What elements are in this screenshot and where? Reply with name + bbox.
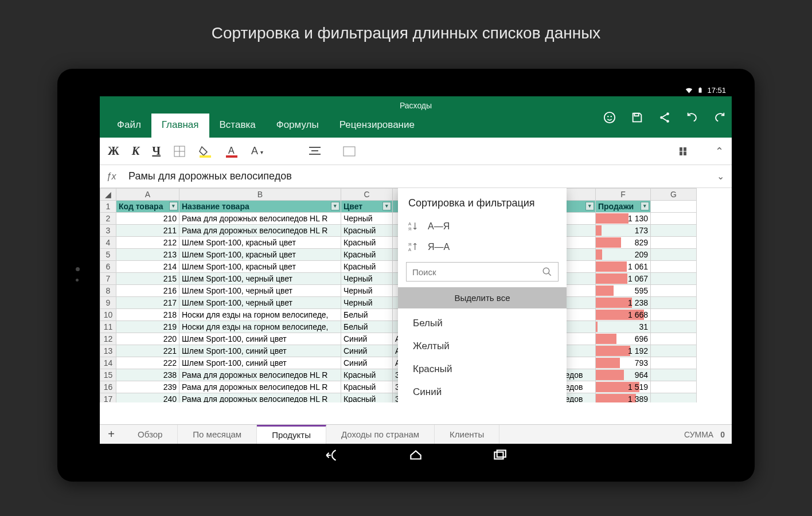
cell[interactable]: 220 — [116, 333, 179, 345]
cell-sales[interactable]: 1 067 — [596, 273, 651, 285]
row-header[interactable]: 2 — [100, 213, 116, 225]
cell-sales[interactable]: 1 238 — [596, 297, 651, 309]
cell[interactable]: Шлем Sport-100, черный цвет — [179, 297, 341, 309]
col-header[interactable]: G — [651, 189, 697, 201]
recent-button[interactable] — [492, 448, 507, 463]
row-header[interactable]: 14 — [100, 357, 116, 369]
cell-sales[interactable]: 793 — [596, 357, 651, 369]
cell[interactable]: 218 — [116, 309, 179, 321]
cell[interactable]: Шлем Sport-100, синий цвет — [179, 345, 341, 357]
spreadsheet-grid[interactable]: ◢ABCDEFG 1Код товара▾Название товара▾Цве… — [100, 188, 732, 402]
ribbon-tab-Файл[interactable]: Файл — [107, 114, 151, 138]
row-header[interactable]: 16 — [100, 381, 116, 393]
cell[interactable]: 211 — [116, 225, 179, 237]
cell[interactable]: Рама для дорожных велосипедов HL R — [179, 381, 341, 393]
cell[interactable]: Шлем Sport-100, синий цвет — [179, 357, 341, 369]
table-header-cell[interactable]: Название товара▾ — [179, 201, 341, 213]
collapse-ribbon-icon[interactable]: ⌃ — [715, 145, 724, 158]
cell[interactable]: Рама для дорожных велосипедов HL R — [179, 225, 341, 237]
filter-search-input[interactable] — [406, 262, 559, 282]
cell-sales[interactable]: 696 — [596, 333, 651, 345]
table-header-cell[interactable]: Код товара▾ — [116, 201, 179, 213]
row-header[interactable]: 6 — [100, 261, 116, 273]
share-icon[interactable] — [658, 111, 671, 124]
cell[interactable]: Рама для дорожных велосипедов HL R — [179, 369, 341, 381]
ribbon-tab-Главная[interactable]: Главная — [151, 114, 209, 138]
sheet-tab[interactable]: Клиенты — [435, 425, 499, 444]
row-header[interactable]: 1 — [100, 201, 116, 213]
sheet-tab[interactable]: Обзор — [123, 425, 178, 444]
filter-dropdown-icon[interactable]: ▾ — [169, 202, 178, 210]
table-header-cell[interactable]: Продажи▾ — [596, 201, 651, 213]
cell-sales[interactable]: 1 061 — [596, 261, 651, 273]
filter-item[interactable]: Синий — [398, 381, 567, 402]
undo-icon[interactable] — [686, 111, 698, 124]
ribbon-tab-Вставка[interactable]: Вставка — [209, 114, 266, 138]
col-header[interactable]: A — [116, 189, 179, 201]
cell[interactable]: Шлем Sport-100, синий цвет — [179, 333, 341, 345]
cell[interactable]: Черный — [341, 213, 393, 225]
cell[interactable]: Шлем Sport-100, красный цвет — [179, 237, 341, 249]
save-icon[interactable] — [631, 111, 643, 124]
cell[interactable]: Красный — [341, 249, 393, 261]
sheet-tab[interactable]: Продукты — [257, 425, 326, 444]
cell-sales[interactable]: 209 — [596, 249, 651, 261]
filter-dropdown-icon[interactable]: ▾ — [382, 202, 391, 210]
cell[interactable]: 239 — [116, 381, 179, 393]
cell[interactable]: 219 — [116, 321, 179, 333]
cell[interactable]: Синий — [341, 345, 393, 357]
cell[interactable]: Черный — [341, 273, 393, 285]
cell[interactable]: Шлем Sport-100, красный цвет — [179, 261, 341, 273]
cell[interactable]: Синий — [341, 333, 393, 345]
cell[interactable]: 213 — [116, 249, 179, 261]
cell[interactable]: Шлем Sport-100, черный цвет — [179, 273, 341, 285]
col-header[interactable]: C — [341, 189, 393, 201]
cell[interactable]: Черный — [341, 297, 393, 309]
cell[interactable]: Шлем Sport-100, черный цвет — [179, 285, 341, 297]
cell[interactable]: Носки для езды на горном велосипеде, — [179, 309, 341, 321]
formula-input[interactable]: Рамы для дорожных велосипедов — [123, 170, 709, 182]
cell[interactable]: 240 — [116, 393, 179, 403]
col-header[interactable]: B — [179, 189, 341, 201]
cell[interactable]: Красный — [341, 393, 393, 403]
row-header[interactable]: 13 — [100, 345, 116, 357]
row-header[interactable]: 4 — [100, 237, 116, 249]
font-color-icon[interactable]: A — [225, 145, 239, 158]
row-header[interactable]: 17 — [100, 393, 116, 403]
row-header[interactable]: 3 — [100, 225, 116, 237]
smiley-icon[interactable] — [603, 111, 616, 124]
cell[interactable]: 215 — [116, 273, 179, 285]
filter-dropdown-icon[interactable]: ▾ — [331, 202, 339, 210]
borders-icon[interactable] — [173, 145, 186, 158]
cell[interactable]: Рама для дорожных велосипедов HL R — [179, 213, 341, 225]
select-all-button[interactable]: Выделить все — [398, 287, 567, 308]
underline-button[interactable]: Ч — [152, 144, 161, 158]
cell-sales[interactable]: 964 — [596, 369, 651, 381]
cell[interactable]: Синий — [341, 357, 393, 369]
back-button[interactable] — [325, 448, 339, 463]
row-header[interactable]: 7 — [100, 273, 116, 285]
align-icon[interactable] — [308, 146, 322, 157]
cell[interactable]: 210 — [116, 213, 179, 225]
bold-button[interactable]: Ж — [108, 144, 119, 158]
redo-icon[interactable] — [713, 111, 726, 124]
cell[interactable]: Красный — [341, 225, 393, 237]
cell-sales[interactable]: 31 — [596, 321, 651, 333]
cell[interactable]: Красный — [341, 261, 393, 273]
col-header[interactable]: F — [596, 189, 651, 201]
cell[interactable]: 222 — [116, 357, 179, 369]
cell-sales[interactable]: 1 519 — [596, 381, 651, 393]
cell-sales[interactable]: 595 — [596, 285, 651, 297]
expand-formula-icon[interactable]: ⌄ — [709, 171, 732, 182]
font-size-button[interactable]: A ▾ — [251, 145, 263, 157]
home-button[interactable] — [408, 448, 423, 463]
cell[interactable]: 216 — [116, 285, 179, 297]
cell-sales[interactable]: 1 668 — [596, 309, 651, 321]
cell[interactable]: 217 — [116, 297, 179, 309]
cell[interactable]: Носки для езды на горном велосипеде, — [179, 321, 341, 333]
cell-sales[interactable]: 1 192 — [596, 345, 651, 357]
table-header-cell[interactable]: Цвет▾ — [341, 201, 393, 213]
filter-item[interactable]: Желтый — [398, 335, 567, 358]
row-header[interactable]: 9 — [100, 297, 116, 309]
cell[interactable]: 214 — [116, 261, 179, 273]
